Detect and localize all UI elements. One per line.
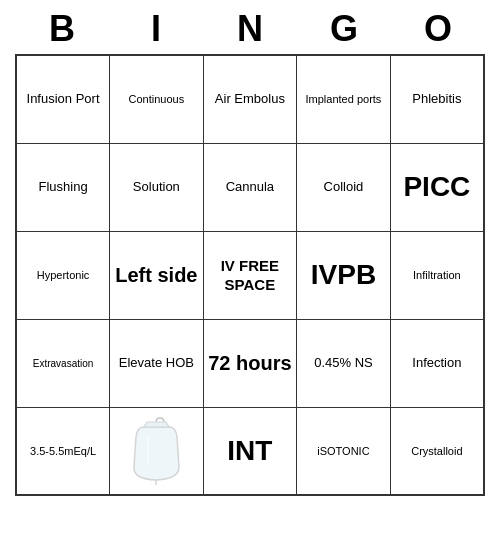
- cell-text: 0.45% NS: [314, 355, 373, 370]
- cell-text: Left side: [115, 264, 197, 286]
- cell-r2-c3: IVPB: [297, 231, 391, 319]
- cell-text: Implanted ports: [306, 93, 382, 105]
- cell-text: Continuous: [129, 93, 185, 105]
- cell-text: IVPB: [311, 259, 376, 290]
- cell-r1-c0: Flushing: [16, 143, 110, 231]
- cell-r1-c4: PICC: [390, 143, 484, 231]
- cell-text: Infiltration: [413, 269, 461, 281]
- cell-text: Infusion Port: [27, 91, 100, 106]
- cell-r3-c2: 72 hours: [203, 319, 296, 407]
- cell-text: Cannula: [226, 179, 274, 194]
- header-g: G: [300, 8, 388, 50]
- header-n: N: [206, 8, 294, 50]
- cell-r2-c2: IV FREE SPACE: [203, 231, 296, 319]
- cell-r3-c4: Infection: [390, 319, 484, 407]
- cell-r4-c2: INT: [203, 407, 296, 495]
- cell-text: Solution: [133, 179, 180, 194]
- cell-r2-c1: Left side: [110, 231, 204, 319]
- cell-r4-c4: Crystalloid: [390, 407, 484, 495]
- iv-bag-image: [126, 416, 186, 486]
- cell-text: INT: [227, 435, 272, 466]
- cell-r2-c4: Infiltration: [390, 231, 484, 319]
- cell-text: PICC: [403, 171, 470, 202]
- cell-text: 3.5-5.5mEq/L: [30, 445, 96, 457]
- cell-text: IV FREE SPACE: [221, 257, 279, 294]
- cell-text: Extravasation: [33, 358, 94, 369]
- cell-r4-c1: [110, 407, 204, 495]
- cell-r1-c2: Cannula: [203, 143, 296, 231]
- cell-r3-c1: Elevate HOB: [110, 319, 204, 407]
- cell-text: Flushing: [38, 179, 87, 194]
- header-o: O: [394, 8, 482, 50]
- header-i: I: [112, 8, 200, 50]
- cell-r0-c2: Air Embolus: [203, 55, 296, 143]
- cell-r0-c4: Phlebitis: [390, 55, 484, 143]
- bingo-header: B I N G O: [15, 0, 485, 54]
- cell-text: Elevate HOB: [119, 355, 194, 370]
- cell-r0-c3: Implanted ports: [297, 55, 391, 143]
- cell-r0-c0: Infusion Port: [16, 55, 110, 143]
- cell-text: Hypertonic: [37, 269, 90, 281]
- cell-text: Phlebitis: [412, 91, 461, 106]
- cell-text: 72 hours: [208, 352, 291, 374]
- cell-text: Infection: [412, 355, 461, 370]
- cell-r4-c3: iSOTONIC: [297, 407, 391, 495]
- header-b: B: [18, 8, 106, 50]
- cell-r1-c1: Solution: [110, 143, 204, 231]
- cell-text: Colloid: [324, 179, 364, 194]
- cell-text: Crystalloid: [411, 445, 462, 457]
- cell-r3-c3: 0.45% NS: [297, 319, 391, 407]
- bingo-table: Infusion PortContinuousAir EmbolusImplan…: [15, 54, 485, 496]
- cell-text: iSOTONIC: [317, 445, 369, 457]
- cell-r0-c1: Continuous: [110, 55, 204, 143]
- cell-r3-c0: Extravasation: [16, 319, 110, 407]
- cell-r4-c0: 3.5-5.5mEq/L: [16, 407, 110, 495]
- cell-r2-c0: Hypertonic: [16, 231, 110, 319]
- cell-text: Air Embolus: [215, 91, 285, 106]
- cell-r1-c3: Colloid: [297, 143, 391, 231]
